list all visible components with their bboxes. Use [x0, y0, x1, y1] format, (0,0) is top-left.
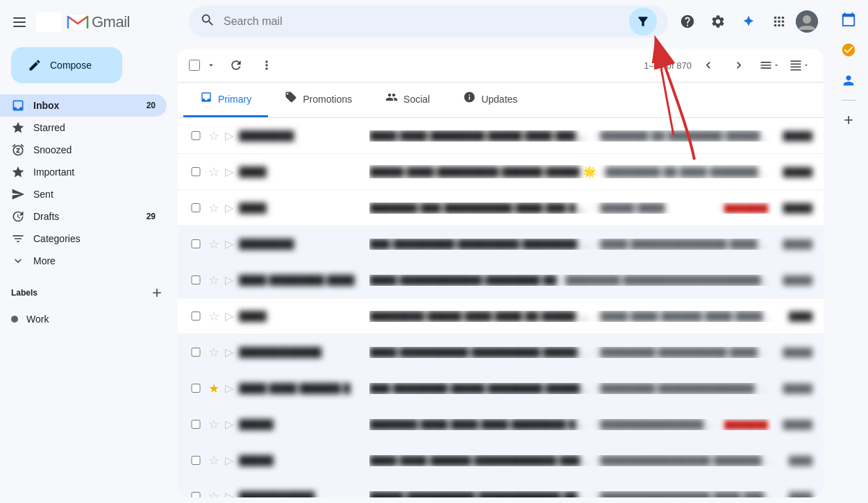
star-button[interactable]: ☆ [208, 128, 219, 144]
email-checkbox[interactable] [189, 420, 203, 429]
email-checkbox[interactable] [189, 203, 203, 212]
primary-tab-icon [200, 91, 212, 107]
email-row[interactable]: ☆ ▷ ███████████ █████ ██████████ ███████… [178, 479, 824, 497]
important-button[interactable]: ▷ [225, 201, 233, 214]
star-button[interactable]: ☆ [208, 164, 219, 180]
email-sender: ████████ [239, 130, 364, 142]
refresh-button[interactable] [222, 51, 250, 79]
star-button[interactable]: ☆ [208, 453, 219, 468]
tab-updates[interactable]: Updates [446, 83, 534, 117]
important-button[interactable]: ▷ [225, 454, 233, 467]
important-button[interactable]: ▷ [225, 129, 233, 142]
important-button[interactable]: ▷ [225, 490, 233, 497]
settings-button[interactable] [704, 8, 732, 35]
email-content: ████ ████████████ ████████ ██ - ████████… [369, 275, 771, 286]
star-button[interactable]: ☆ [208, 201, 219, 216]
gemini-button[interactable] [735, 8, 762, 35]
email-checkbox[interactable] [189, 275, 203, 284]
help-button[interactable] [674, 8, 701, 35]
more-options-button[interactable] [253, 51, 281, 79]
email-checkbox[interactable] [189, 239, 203, 248]
avatar[interactable] [796, 10, 818, 33]
svg-rect-10 [791, 64, 801, 65]
labels-section-title: Labels [11, 288, 37, 298]
email-row[interactable]: ☆ ▷ ████████ ████ ████ ████████ █████ ██… [178, 118, 824, 154]
sidebar-item-inbox[interactable]: Inbox 20 [0, 94, 167, 117]
star-button[interactable]: ☆ [208, 273, 219, 288]
email-preview: - ████████████████████████████ ████ [594, 419, 717, 430]
email-subject: ████ ████████████ ████████ ██ [369, 275, 557, 286]
important-button[interactable]: ▷ [225, 237, 233, 250]
star-button[interactable]: ☆ [208, 309, 219, 324]
star-button[interactable]: ☆ [208, 237, 219, 252]
email-row[interactable]: ☆ ▷ ████ █████ ████ █████████ ██████ ███… [178, 154, 824, 190]
add-label-button[interactable] [147, 283, 167, 302]
svg-rect-11 [791, 67, 801, 68]
email-row[interactable]: ★ ▷ ████ ████ ██████ █ ███ ████████ ████… [178, 370, 824, 407]
next-page-button[interactable] [725, 51, 753, 79]
email-content: ████ ██████████ ██████████ ████████████ … [369, 347, 771, 358]
important-button[interactable]: ▷ [225, 273, 233, 287]
email-checkbox[interactable] [189, 492, 203, 497]
labels-section: Labels [0, 278, 178, 308]
email-row[interactable]: ☆ ▷ ████ ████████ █████ ████ ████ ██ ███… [178, 298, 824, 334]
email-row[interactable]: ☆ ▷ ████ ████████ ████ ████ ████████████… [178, 262, 824, 298]
star-button[interactable]: ☆ [208, 417, 219, 432]
important-button[interactable]: ▷ [225, 309, 233, 323]
important-button[interactable]: ▷ [225, 382, 233, 395]
tab-social-label: Social [403, 94, 430, 105]
email-row[interactable]: ☆ ▷ ████████ ███ █████████ █████████ ███… [178, 226, 824, 262]
sidebar-item-important[interactable]: Important [0, 161, 167, 183]
compose-button[interactable]: Compose [11, 47, 122, 83]
add-panel-button[interactable] [835, 106, 862, 134]
email-checkbox[interactable] [189, 312, 203, 321]
search-filter-button[interactable] [629, 8, 657, 35]
layout-button[interactable] [756, 51, 783, 79]
tab-social[interactable]: Social [369, 83, 446, 117]
apps-button[interactable] [765, 8, 793, 35]
sidebar-item-more[interactable]: More [0, 250, 167, 272]
sidebar-item-snoozed[interactable]: Snoozed [0, 139, 167, 161]
email-time: █████ [783, 167, 812, 177]
email-checkbox[interactable] [189, 348, 203, 357]
search-input[interactable] [224, 15, 621, 28]
email-preview: - ████████████████ ████ ████████████████… [594, 491, 778, 498]
select-all-dropdown[interactable] [203, 57, 219, 74]
email-subject: ████████ █████ ████ ████ ██ █████ ████ █… [369, 311, 592, 322]
sidebar-item-drafts[interactable]: Drafts 29 [0, 205, 167, 228]
email-time: ████ [789, 492, 812, 498]
important-button[interactable]: ▷ [225, 418, 233, 431]
svg-marker-6 [12, 167, 24, 178]
sidebar-item-sent[interactable]: Sent [0, 183, 167, 205]
email-row[interactable]: ☆ ▷ ████████████ ████ ██████████ ███████… [178, 334, 824, 370]
select-all-checkbox[interactable] [189, 60, 200, 71]
tab-primary[interactable]: Primary [183, 83, 268, 117]
email-row[interactable]: ☆ ▷ █████ ███████ ████ ████ ████ ███████… [178, 407, 824, 443]
svg-rect-12 [791, 69, 801, 71]
email-checkbox[interactable] [189, 456, 203, 465]
email-preview: - ████████ ██ ████ ██████████ ████ [599, 167, 771, 178]
email-time: █████ [783, 239, 812, 249]
contacts-button[interactable] [835, 67, 862, 94]
svg-point-8 [803, 15, 811, 24]
sidebar-item-work[interactable]: Work ⋮ [0, 308, 167, 330]
hamburger-button[interactable] [6, 8, 33, 36]
star-button[interactable]: ★ [208, 381, 219, 396]
email-checkbox[interactable] [189, 384, 203, 393]
star-button[interactable]: ☆ [208, 489, 219, 498]
sidebar-item-starred[interactable]: Starred [0, 117, 167, 139]
email-content: ███ █████████ █████████ ████████ ███████… [369, 239, 771, 250]
star-button[interactable]: ☆ [208, 345, 219, 360]
email-row[interactable]: ☆ ▷ █████ ████ ████ ██████ ████████████ … [178, 443, 824, 479]
tab-promotions[interactable]: Promotions [268, 83, 369, 117]
tasks-button[interactable] [835, 36, 862, 64]
calendar-button[interactable] [835, 6, 862, 33]
email-checkbox[interactable] [189, 131, 203, 140]
important-button[interactable]: ▷ [225, 165, 233, 178]
important-button[interactable]: ▷ [225, 346, 233, 359]
email-checkbox[interactable] [189, 167, 203, 176]
prev-page-button[interactable] [694, 51, 722, 79]
density-button[interactable] [786, 51, 812, 79]
email-row[interactable]: ☆ ▷ ████ ███████ ███ ██████████ ████ ███… [178, 190, 824, 226]
sidebar-item-categories[interactable]: Categories [0, 228, 167, 250]
